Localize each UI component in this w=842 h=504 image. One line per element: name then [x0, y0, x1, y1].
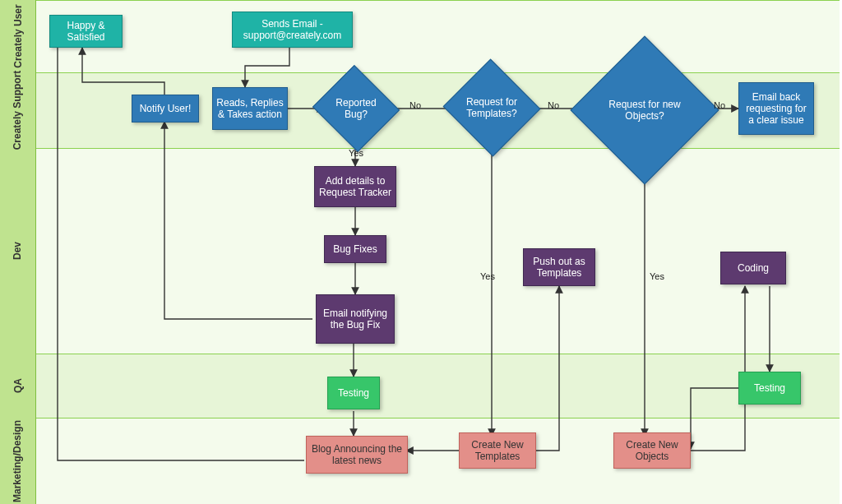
- node-testing-2[interactable]: Testing: [738, 372, 801, 405]
- decision-request-objects[interactable]: Request for new Objects?: [592, 58, 697, 163]
- node-email-clear-issue[interactable]: Email back requesting for a clear issue: [738, 82, 814, 135]
- node-bug-fixes[interactable]: Bug Fixes: [324, 235, 386, 263]
- node-coding[interactable]: Coding: [720, 252, 786, 284]
- node-sends-email[interactable]: Sends Email - support@creately.com: [232, 12, 353, 48]
- decision-reported-bug[interactable]: Reported Bug?: [324, 79, 388, 138]
- label-yes-templates: Yes: [480, 271, 495, 281]
- lane-marketing: [35, 418, 840, 504]
- lane-label-dev: Dev: [0, 148, 35, 354]
- node-notify-user[interactable]: Notify User!: [132, 95, 199, 123]
- node-testing-1[interactable]: Testing: [327, 377, 380, 409]
- lane-label-qa: QA: [0, 354, 35, 418]
- lane-dev: [35, 148, 840, 354]
- label-yes-objects: Yes: [650, 271, 664, 281]
- node-create-objects[interactable]: Create New Objects: [613, 432, 691, 469]
- lane-label-support: Creately Support: [0, 72, 35, 148]
- lane-qa: [35, 354, 840, 418]
- node-add-tracker[interactable]: Add details to Request Tracker: [314, 166, 396, 207]
- decision-request-templates[interactable]: Request for Templates?: [456, 74, 527, 141]
- node-blog[interactable]: Blog Announcing the latest news: [306, 436, 408, 474]
- label-no-objects: No: [714, 100, 725, 110]
- label-no-templates: No: [548, 100, 559, 110]
- label-yes-bug: Yes: [349, 148, 363, 158]
- swimlane-flowchart: Creately User Creately Support Dev QA Ma…: [0, 0, 842, 504]
- lane-label-user: Creately User: [0, 0, 35, 72]
- node-create-templates[interactable]: Create New Templates: [459, 432, 536, 469]
- lane-user: [35, 0, 840, 73]
- node-email-bugfix[interactable]: Email notifying the Bug Fix: [316, 294, 395, 344]
- lane-labels-column: Creately User Creately Support Dev QA Ma…: [0, 0, 36, 504]
- node-reads-replies[interactable]: Reads, Replies & Takes action: [212, 87, 288, 130]
- node-happy-satisfied[interactable]: Happy & Satisfied: [49, 15, 123, 48]
- node-push-templates[interactable]: Push out as Templates: [523, 248, 595, 286]
- lane-label-marketing: Marketing/Design: [0, 418, 35, 504]
- label-no-bug: No: [409, 100, 421, 110]
